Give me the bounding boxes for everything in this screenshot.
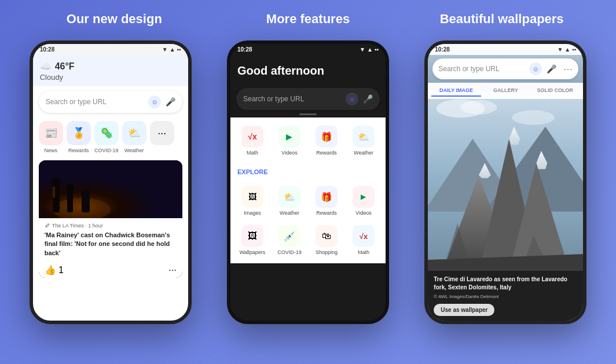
explore-grid: 🖼 Images ⛅ Weather 🎁 Rewards ▶ Videos 🖼 bbox=[230, 178, 386, 263]
svg-point-5 bbox=[66, 184, 74, 192]
search-bar-2[interactable]: Search or type URL ⊙ 🎤 bbox=[236, 88, 380, 110]
dark-greeting-area: Good afternoon bbox=[230, 55, 386, 84]
mic-icon-1: 🎤 bbox=[166, 97, 175, 106]
search-placeholder-2: Search or type URL bbox=[243, 95, 341, 103]
more-dots[interactable]: ··· bbox=[168, 265, 176, 275]
use-wallpaper-button[interactable]: Use as wallpaper bbox=[434, 304, 494, 316]
visual-search-icon: ⊙ bbox=[148, 95, 161, 108]
feature-rewards[interactable]: 🎁 Rewards bbox=[309, 122, 344, 159]
search-placeholder-1: Search or type URL bbox=[46, 98, 144, 106]
explore-wallpapers[interactable]: 🖼 Wallpapers bbox=[235, 222, 270, 259]
quick-icon-more[interactable]: ··· bbox=[150, 121, 174, 153]
news-body: 🗞 The LA Times · 1 hour 'Ma Rainey' cast… bbox=[39, 218, 182, 262]
svg-point-7 bbox=[81, 189, 90, 198]
section-title-design: Our new design bbox=[21, 12, 207, 27]
math-icon: √x bbox=[241, 126, 263, 148]
news-image bbox=[39, 160, 182, 218]
wifi-icon: ▼ bbox=[162, 46, 168, 53]
math-icon-e: √x bbox=[353, 225, 375, 247]
explore-covid[interactable]: 💉 COVID-19 bbox=[272, 222, 307, 259]
signal-icon: ▲ bbox=[170, 46, 175, 53]
news-card[interactable]: 🗞 The LA Times · 1 hour 'Ma Rainey' cast… bbox=[39, 160, 182, 278]
visual-search-icon-3: ⊙ bbox=[529, 62, 542, 75]
like-icon: 👍 1 bbox=[45, 264, 64, 275]
wifi-icon-3: ▼ bbox=[557, 46, 563, 53]
covid-icon-box: 🦠 bbox=[94, 121, 119, 145]
signal-icon-2: ▲ bbox=[367, 46, 373, 53]
explore-math[interactable]: √x Math bbox=[346, 222, 381, 259]
weather-desc: Cloudy bbox=[40, 73, 181, 82]
rewards-icon: 🎁 bbox=[316, 126, 338, 148]
news-footer: 👍 1 ··· bbox=[39, 262, 182, 278]
phone-design: 10:28 ▼ ▲ ▪▪ ☁️ 46°F Cloudy Search or ty… bbox=[30, 41, 192, 324]
tab-gallery[interactable]: GALLERY bbox=[481, 85, 530, 97]
status-icons-1: ▼ ▲ ▪▪ bbox=[162, 46, 181, 53]
status-icons-2: ▼ ▲ ▪▪ bbox=[360, 46, 379, 53]
rewards-icon-e: 🎁 bbox=[316, 186, 338, 208]
wallpaper-caption: Tre Cime di Lavaredo as seen from the La… bbox=[434, 275, 577, 292]
quick-icon-covid[interactable]: 🦠 COVID-19 bbox=[94, 121, 119, 153]
svg-rect-8 bbox=[53, 186, 55, 198]
svg-point-12 bbox=[512, 111, 555, 125]
quick-icon-rewards[interactable]: 🏅 Rewards bbox=[67, 121, 91, 153]
news-icon-box: 📰 bbox=[39, 121, 63, 145]
explore-videos[interactable]: ▶ Videos bbox=[346, 182, 381, 219]
svg-point-3 bbox=[52, 178, 61, 187]
explore-shopping[interactable]: 🛍 Shopping bbox=[309, 222, 344, 259]
videos-icon-e: ▶ bbox=[353, 186, 375, 208]
wallpaper-tabs: DAILY IMAGE GALLERY SOLID COLOR bbox=[428, 83, 583, 99]
section-title-wallpapers: Beautiful wallpapers bbox=[409, 12, 595, 27]
weather-widget: ☁️ 46°F Cloudy bbox=[33, 55, 188, 86]
quick-icon-weather[interactable]: ⛅ Weather bbox=[122, 121, 146, 153]
status-icons-3: ▼ ▲ ▪▪ bbox=[557, 46, 576, 53]
search-bar-1[interactable]: Search or type URL ⊙ 🎤 bbox=[39, 91, 182, 113]
news-source: 🗞 The LA Times · 1 hour bbox=[45, 223, 177, 229]
status-time-1: 10:28 bbox=[40, 46, 55, 53]
signal-icon-3: ▲ bbox=[564, 46, 570, 53]
rewards-icon-box: 🏅 bbox=[67, 121, 91, 145]
feature-videos[interactable]: ▶ Videos bbox=[272, 122, 307, 159]
battery-icon-3: ▪▪ bbox=[572, 46, 576, 53]
svg-rect-4 bbox=[67, 189, 73, 212]
tab-daily-image[interactable]: DAILY IMAGE bbox=[431, 85, 481, 97]
status-bar-3: 10:28 ▼ ▲ ▪▪ bbox=[428, 44, 583, 55]
rewards-label: Rewards bbox=[68, 148, 89, 153]
more-menu-icon[interactable]: ⋯ bbox=[563, 64, 573, 75]
wifi-icon-2: ▼ bbox=[360, 46, 365, 53]
videos-icon: ▶ bbox=[278, 126, 300, 148]
section-title-features: More features bbox=[215, 12, 401, 27]
tab-solid-color[interactable]: SOLID COLOR bbox=[530, 85, 580, 97]
status-time-2: 10:28 bbox=[237, 46, 252, 53]
weather-temp: ☁️ 46°F bbox=[40, 61, 181, 72]
weather-label: Weather bbox=[124, 148, 144, 153]
greeting-text: Good afternoon bbox=[237, 64, 379, 78]
explore-label: EXPLORE bbox=[230, 164, 386, 178]
mic-icon-3: 🎤 bbox=[547, 64, 556, 73]
status-bar-2: 10:28 ▼ ▲ ▪▪ bbox=[230, 44, 386, 55]
status-time-3: 10:28 bbox=[435, 46, 450, 53]
news-label: News bbox=[44, 148, 57, 153]
mic-icon-2: 🎤 bbox=[363, 94, 373, 104]
wallpaper-credit: © AWL Images/Danita Delimont bbox=[434, 294, 577, 299]
explore-weather[interactable]: ⛅ Weather bbox=[272, 182, 307, 219]
weather-icon-e: ⛅ bbox=[278, 186, 300, 208]
search-bar-3[interactable]: Search or type URL ⊙ 🎤 ⋯ bbox=[432, 58, 578, 79]
feature-math[interactable]: √x Math bbox=[235, 122, 270, 159]
quick-icon-news[interactable]: 📰 News bbox=[39, 121, 63, 153]
source-icon: 🗞 bbox=[45, 223, 50, 229]
explore-rewards[interactable]: 🎁 Rewards bbox=[309, 182, 344, 219]
battery-icon-2: ▪▪ bbox=[375, 46, 379, 53]
feature-weather[interactable]: ⛅ Weather bbox=[346, 122, 381, 159]
phone-wallpaper: 10:28 ▼ ▲ ▪▪ Search or type URL ⊙ 🎤 ⋯ DA… bbox=[424, 41, 586, 324]
covid-icon-e: 💉 bbox=[278, 225, 300, 247]
phone-features: 10:28 ▼ ▲ ▪▪ Good afternoon Search or ty… bbox=[227, 41, 389, 324]
search-placeholder-3: Search or type URL bbox=[438, 65, 525, 73]
cloud-icon: ☁️ bbox=[40, 61, 52, 72]
shopping-icon: 🛍 bbox=[316, 225, 338, 247]
top-features-grid: √x Math ▶ Videos 🎁 Rewards ⛅ Weather bbox=[230, 117, 386, 164]
drag-handle bbox=[299, 113, 317, 115]
weather-icon-f: ⛅ bbox=[353, 126, 375, 148]
quick-icons-row: 📰 News 🏅 Rewards 🦠 COVID-19 ⛅ Weather ··… bbox=[33, 117, 188, 157]
covid-label: COVID-19 bbox=[94, 148, 119, 153]
explore-images[interactable]: 🖼 Images bbox=[235, 182, 270, 219]
